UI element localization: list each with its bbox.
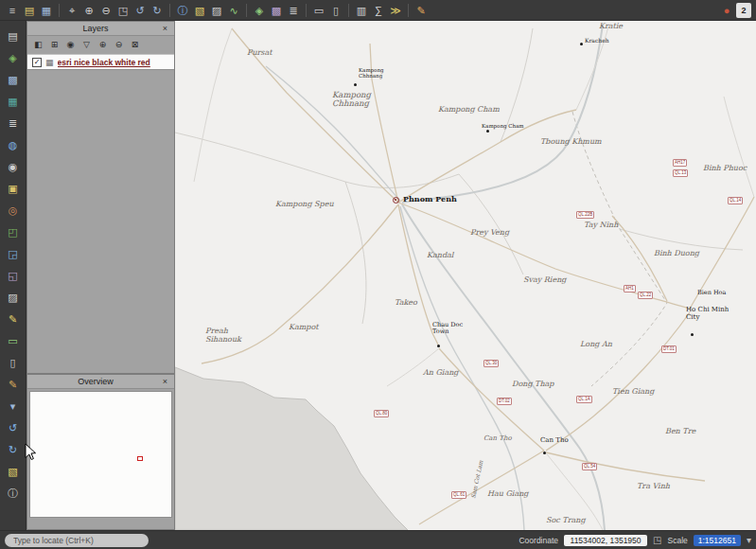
toolbar-separator (348, 4, 349, 17)
new-shapefile-icon[interactable]: ✎ (6, 311, 21, 327)
add-vector-layer-icon[interactable]: ◈ (252, 3, 267, 18)
measure-icon[interactable]: ∿ (226, 3, 241, 18)
map-label-city: Kracheh (585, 38, 609, 44)
road-shield-badge: DT.01 (661, 345, 677, 353)
menu-icon[interactable]: ≡ (5, 3, 20, 18)
map-label-province: Kampong Chhnang (332, 91, 371, 108)
redo-icon[interactable]: ↻ (6, 442, 21, 457)
add-raster-layer-icon[interactable]: ▩ (269, 3, 284, 18)
python-console-icon[interactable]: ≫ (388, 3, 403, 18)
open-project-icon[interactable]: ▤ (22, 3, 37, 18)
map-label-province: Kampong Speu (275, 201, 334, 209)
messages-badge[interactable]: 2 (736, 3, 751, 18)
open-layer-styling-icon[interactable]: ◧ (32, 39, 44, 51)
layer-visibility-checkbox[interactable]: ✓ (32, 58, 42, 67)
layers-panel-title: Layers (31, 24, 160, 33)
toolbar-separator (306, 4, 307, 17)
road-shield-badge: QL.80 (374, 410, 389, 417)
locate-search-input[interactable] (5, 534, 149, 547)
add-delimited-icon[interactable]: ≣ (6, 115, 21, 131)
deselect-icon[interactable]: ▨ (209, 3, 224, 18)
scale-label: Scale (668, 536, 688, 545)
zoom-in-icon[interactable]: ⊕ (81, 3, 97, 18)
add-postgis-icon[interactable]: ◍ (6, 137, 21, 152)
map-labels-layer: KratieKrachehPursatKampong ChhnangKampon… (175, 21, 756, 530)
save-edits-icon[interactable]: ▾ (6, 398, 21, 414)
select-tool-icon[interactable]: ▧ (6, 464, 21, 479)
undo-icon[interactable]: ↺ (6, 420, 21, 435)
raster-layer-icon: ▦ (45, 58, 54, 67)
layer-item[interactable]: ✓ ▦ esri nice black white red (27, 54, 174, 70)
map-label-province: Soc Trang (546, 517, 586, 525)
map-label-province: Tien Giang (612, 388, 654, 397)
add-spatialite-icon[interactable]: ◉ (6, 159, 21, 174)
style-manager-icon[interactable]: ✎ (413, 3, 429, 18)
identify-tool-icon[interactable]: ⓘ (6, 486, 21, 501)
layers-panel-toolbar: ◧⊞◉▽⊕⊖⊠ (27, 36, 174, 54)
overview-panel-titlebar[interactable]: Overview × (27, 375, 174, 389)
zoom-out-icon[interactable]: ⊖ (98, 3, 114, 18)
overview-panel: Overview × (26, 374, 175, 530)
toolbar-separator (246, 4, 247, 17)
remove-layer-icon[interactable]: ⊠ (129, 39, 141, 51)
add-mssql-icon[interactable]: ▣ (6, 181, 21, 196)
new-layout-icon[interactable]: ▭ (311, 3, 326, 18)
collapse-all-icon[interactable]: ⊖ (113, 39, 125, 51)
overview-extent-rectangle[interactable] (137, 456, 143, 461)
toolbar-separator (408, 4, 409, 17)
overview-panel-title: Overview (31, 377, 160, 386)
left-toolbar: ▤◈▩▦≣◍◉▣◎◰◲◱▨✎▭▯✎▾↺↻▧ⓘ (0, 21, 26, 530)
scale-dropdown-icon[interactable]: ▾ (747, 535, 751, 545)
add-oracle-icon[interactable]: ◎ (6, 203, 21, 218)
add-vector-icon[interactable]: ◈ (6, 50, 21, 65)
map-label-city: Can Tho (540, 437, 569, 445)
add-group-icon[interactable]: ⊞ (48, 39, 61, 51)
map-label-province: Kratie (599, 23, 623, 31)
map-canvas[interactable]: KratieKrachehPursatKampong ChhnangKampon… (175, 21, 756, 530)
road-shield-badge: QL.22B (576, 211, 594, 219)
field-calculator-icon[interactable]: ∑ (371, 3, 386, 18)
scale-value[interactable]: 1:1512651 (694, 535, 741, 546)
add-wcs-icon[interactable]: ◱ (6, 268, 21, 283)
add-mesh-icon[interactable]: ▦ (6, 94, 21, 109)
zoom-next-icon[interactable]: ↻ (149, 3, 165, 18)
layer-name[interactable]: esri nice black white red (58, 58, 150, 67)
attributes-table-icon[interactable]: ▥ (354, 3, 369, 18)
layout-manager-icon[interactable]: ▯ (328, 3, 343, 18)
zoom-last-icon[interactable]: ↺ (132, 3, 148, 18)
overview-map[interactable] (29, 391, 172, 518)
close-icon[interactable]: × (160, 24, 170, 34)
map-label-province: An Giang (423, 369, 458, 378)
coordinate-value[interactable]: 11534002, 1351950 (564, 535, 647, 546)
add-delimited-text-icon[interactable]: ≣ (286, 3, 301, 18)
data-source-manager-icon[interactable]: ▤ (6, 28, 21, 44)
map-label-city: Chau Doc Town (432, 322, 463, 335)
filter-legend-icon[interactable]: ▽ (80, 39, 93, 51)
new-virtual-layer-icon[interactable]: ▯ (6, 355, 21, 370)
zoom-full-icon[interactable]: ◳ (115, 3, 131, 18)
map-label-province: Binh Duong (654, 250, 699, 258)
map-label-province: Dong Thap (512, 381, 554, 389)
pan-map-icon[interactable]: ⌖ (64, 3, 79, 18)
road-shield-badge: QL.30 (483, 360, 499, 367)
identify-icon[interactable]: ⓘ (175, 3, 190, 18)
record-dot-icon[interactable]: ● (719, 3, 734, 18)
new-geopackage-icon[interactable]: ▭ (6, 333, 21, 348)
map-label-province: Tay Ninh (584, 221, 618, 230)
road-shield-badge: QL.22 (638, 292, 653, 299)
add-raster-icon[interactable]: ▩ (6, 72, 21, 87)
road-shield-badge: AH1 (624, 285, 636, 292)
select-features-icon[interactable]: ▧ (192, 3, 207, 18)
city-dot-marker (691, 333, 694, 336)
manage-themes-icon[interactable]: ◉ (64, 39, 77, 51)
expand-all-icon[interactable]: ⊕ (97, 39, 109, 51)
add-wms-icon[interactable]: ◰ (6, 224, 21, 239)
add-xyz-icon[interactable]: ▨ (6, 290, 21, 305)
close-icon[interactable]: × (160, 377, 170, 387)
city-dot-marker (543, 452, 546, 454)
save-project-icon[interactable]: ▦ (39, 3, 54, 18)
add-wfs-icon[interactable]: ◲ (6, 246, 21, 261)
extents-toggle-icon[interactable]: ◳ (653, 535, 661, 545)
layers-panel-titlebar[interactable]: Layers × (27, 22, 174, 36)
toggle-editing-icon[interactable]: ✎ (6, 377, 21, 392)
